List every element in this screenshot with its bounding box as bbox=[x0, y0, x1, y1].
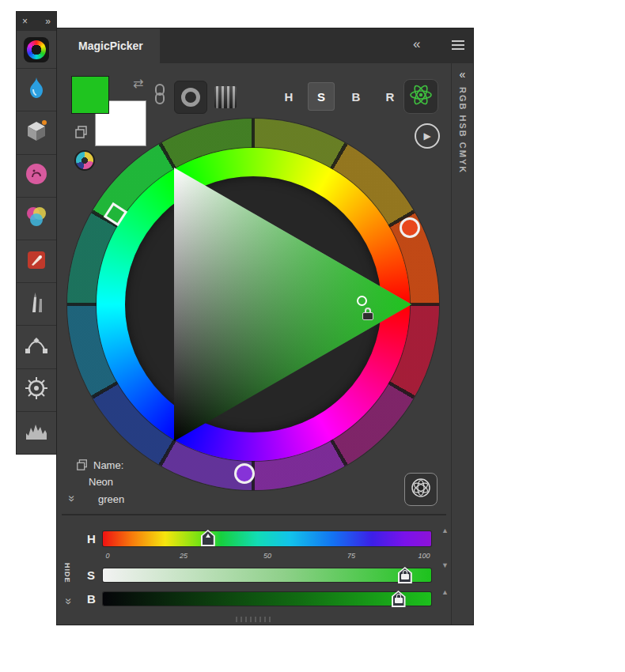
tones-column-button[interactable] bbox=[210, 82, 241, 112]
s-slider-label: S bbox=[87, 568, 101, 582]
resize-grip[interactable] bbox=[236, 617, 271, 622]
sidebar-tool-magic-brush[interactable] bbox=[17, 69, 56, 111]
panel-header: MagicPicker « bbox=[57, 28, 473, 63]
close-icon[interactable]: × bbox=[22, 16, 28, 27]
bezier-pen-icon bbox=[23, 332, 50, 362]
marker-lock-icon bbox=[394, 594, 403, 604]
scale-label-50: 50 bbox=[258, 552, 277, 560]
stripes-icon bbox=[214, 86, 237, 108]
color-name-label: Name: bbox=[93, 459, 123, 471]
expand-icon[interactable]: » bbox=[45, 16, 51, 27]
strip-collapse-icon[interactable]: « bbox=[452, 68, 473, 81]
sidebar-tool-magicpicker[interactable] bbox=[17, 31, 56, 69]
panel-tab-magicpicker[interactable]: MagicPicker bbox=[57, 28, 160, 63]
name-layers-icon bbox=[76, 459, 89, 474]
sidebar-tool-portrait[interactable] bbox=[17, 155, 56, 198]
sidebar-tool-brushes[interactable] bbox=[17, 283, 56, 326]
link-icon[interactable] bbox=[153, 84, 166, 111]
sidebar-tool-color-circles[interactable] bbox=[17, 198, 56, 240]
marker-tick bbox=[206, 534, 210, 538]
color-name-line1[interactable]: Neon bbox=[89, 476, 113, 488]
screen: × » bbox=[0, 0, 625, 672]
brightness-slider-marker[interactable] bbox=[392, 591, 406, 607]
side-tab-rgb-hsb-cmyk[interactable]: RGB HSB CMYK bbox=[458, 87, 468, 174]
slider-down-arrow-icon[interactable]: ▼ bbox=[441, 561, 449, 569]
sidebar-header: × » bbox=[17, 12, 56, 31]
panel-menu-icon[interactable] bbox=[452, 40, 464, 42]
saturation-slider[interactable] bbox=[103, 568, 431, 582]
portrait-icon bbox=[23, 160, 50, 191]
scale-label-100: 100 bbox=[415, 552, 434, 560]
sidebar-tool-ship-wheel[interactable] bbox=[17, 369, 56, 412]
histogram-icon bbox=[23, 417, 50, 447]
scale-label-75: 75 bbox=[342, 552, 361, 560]
side-tab-strip: « RGB HSB CMYK bbox=[451, 63, 473, 625]
slider-up-arrow2-icon[interactable]: ▲ bbox=[441, 588, 449, 596]
harmony-marker-purple[interactable] bbox=[234, 463, 255, 484]
harmony-marker-red[interactable] bbox=[400, 217, 420, 238]
mode-button-h[interactable]: H bbox=[275, 82, 302, 111]
saturation-slider-marker[interactable] bbox=[398, 567, 412, 583]
scale-label-25: 25 bbox=[174, 552, 193, 560]
wheel-mode-button[interactable] bbox=[174, 81, 207, 114]
sidebar-tool-paint-book[interactable] bbox=[17, 240, 56, 283]
b-slider-label: B bbox=[87, 592, 101, 606]
marker-lock-icon bbox=[400, 570, 410, 580]
magicpicker-panel: MagicPicker « « RGB HSB CMYK ⇄ H S B R bbox=[57, 28, 473, 625]
hue-slider-marker[interactable] bbox=[201, 530, 215, 546]
hide-sliders-control[interactable]: HIDE bbox=[57, 553, 78, 593]
triangle-cursor[interactable] bbox=[357, 296, 367, 306]
ship-wheel-icon bbox=[23, 375, 50, 405]
mode-button-b[interactable]: B bbox=[343, 82, 369, 111]
lock-icon[interactable] bbox=[362, 308, 373, 320]
brushes-icon bbox=[23, 289, 50, 319]
atom-icon bbox=[408, 82, 434, 111]
paint-book-icon bbox=[23, 247, 50, 277]
magicpicker-logo-icon bbox=[24, 37, 49, 62]
sidebar-tool-mixer-cube[interactable] bbox=[17, 111, 56, 154]
foreground-swatch[interactable] bbox=[71, 76, 109, 114]
color-name-line2[interactable]: green bbox=[98, 493, 124, 505]
saturation-brightness-triangle[interactable] bbox=[67, 119, 439, 490]
cube-icon bbox=[23, 118, 50, 148]
slider-up-arrow-icon[interactable]: ▲ bbox=[441, 527, 449, 534]
name-expand-chevrons-icon[interactable]: « bbox=[66, 492, 73, 506]
hide-label: HIDE bbox=[63, 563, 71, 583]
hue-slider[interactable] bbox=[103, 531, 431, 546]
mode-button-r[interactable]: R bbox=[377, 82, 403, 111]
sidebar-tool-histogram[interactable] bbox=[17, 412, 56, 454]
sidebar-tool-bezier-pen[interactable] bbox=[17, 326, 56, 368]
settings-atom-button[interactable] bbox=[403, 79, 438, 114]
mode-button-s[interactable]: S bbox=[308, 82, 335, 111]
hide-chevrons-icon[interactable]: « bbox=[63, 595, 70, 609]
harmony-wheel-button[interactable] bbox=[404, 473, 438, 506]
color-circles-icon bbox=[23, 203, 50, 233]
brightness-slider[interactable] bbox=[103, 592, 431, 606]
section-divider bbox=[62, 514, 446, 515]
extensions-sidebar: × » bbox=[16, 11, 57, 455]
scale-label-0: 0 bbox=[98, 552, 117, 560]
harmony-wheel-icon bbox=[409, 476, 433, 503]
color-wheel[interactable] bbox=[67, 119, 439, 490]
magic-brush-icon bbox=[23, 75, 50, 105]
collapse-panel-icon[interactable]: « bbox=[413, 36, 420, 52]
swap-colors-icon[interactable]: ⇄ bbox=[133, 76, 143, 91]
ring-icon bbox=[181, 88, 200, 107]
h-slider-label: H bbox=[87, 531, 101, 546]
